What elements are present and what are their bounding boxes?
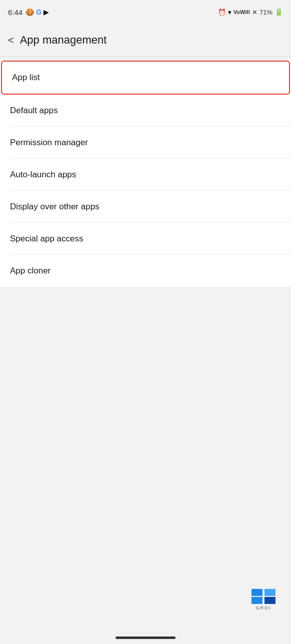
menu-item-default-apps[interactable]: Default apps <box>0 95 291 127</box>
menu-item-auto-launch-apps[interactable]: Auto-launch apps <box>0 159 291 191</box>
status-time: 6:44 <box>8 8 22 17</box>
alarm-icon: ⏰ <box>218 9 226 16</box>
header: < App management <box>0 24 291 56</box>
status-bar-right: ⏰ ▾ VoWifi ✕ 71% 🔋 <box>218 8 283 16</box>
menu-item-label: App cloner <box>10 266 50 275</box>
menu-item-special-app-access[interactable]: Special app access <box>0 223 291 255</box>
watermark-text: GROI <box>256 605 271 610</box>
menu-item-label: App list <box>12 73 40 82</box>
status-bar-left: 6:44 🍪 G ▶ <box>8 8 49 17</box>
signal-icon: ✕ <box>252 9 258 16</box>
menu-item-label: Permission manager <box>10 138 88 147</box>
battery-text: 71% <box>260 9 272 16</box>
watermark: GROI <box>246 589 281 614</box>
app-icon-3: ▶ <box>44 8 49 16</box>
menu-item-label: Auto-launch apps <box>10 170 76 179</box>
menu-item-permission-manager[interactable]: Permission manager <box>0 127 291 159</box>
nav-bar <box>116 636 176 639</box>
menu-item-label: Special app access <box>10 234 83 243</box>
page-title: App management <box>20 34 107 47</box>
back-button[interactable]: < <box>8 35 14 46</box>
menu-item-display-over-other-apps[interactable]: Display over other apps <box>0 191 291 223</box>
menu-list: App list Default apps Permission manager… <box>0 61 291 287</box>
battery-icon: 🔋 <box>274 8 283 16</box>
menu-item-label: Default apps <box>10 106 58 115</box>
status-bar: 6:44 🍪 G ▶ ⏰ ▾ VoWifi ✕ 71% 🔋 <box>0 0 291 24</box>
app-icon-1: 🍪 <box>26 8 34 16</box>
header-divider <box>0 56 291 57</box>
menu-item-app-cloner[interactable]: App cloner <box>0 255 291 287</box>
status-icons-left: 🍪 G ▶ <box>26 8 49 16</box>
menu-item-label: Display over other apps <box>10 202 100 211</box>
menu-item-app-list[interactable]: App list <box>1 61 290 95</box>
vowifi-icon: VoWifi <box>234 9 250 15</box>
wifi-icon: ▾ <box>228 9 232 16</box>
app-icon-2: G <box>36 8 42 16</box>
